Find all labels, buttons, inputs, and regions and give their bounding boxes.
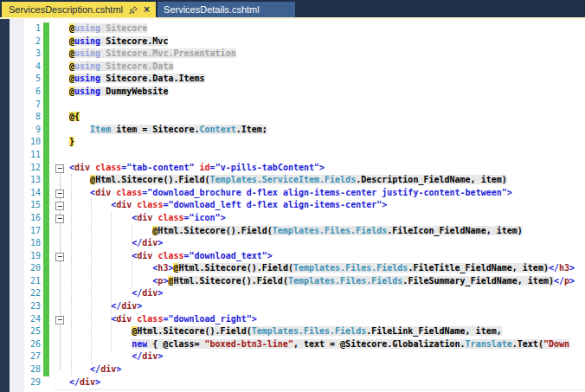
line-number[interactable]: 19: [0, 250, 41, 263]
code-text: }: [69, 136, 74, 149]
tab-label: ServicesDetails.cshtml: [164, 4, 260, 15]
code-text: <div class="download_text">: [69, 250, 273, 263]
line-number[interactable]: 28: [0, 363, 41, 376]
fold-toggle[interactable]: [55, 253, 64, 261]
code-text: <div class="download_right">: [69, 313, 257, 326]
code-line[interactable]: 14 <div class="download_brochure d-flex …: [0, 187, 585, 200]
code-line[interactable]: 4@using Sitecore.Data: [0, 61, 585, 74]
tab-bar: ServicesDescription.cshtml × ServicesDet…: [0, 0, 585, 17]
code-line[interactable]: 16 <div class="icon">: [0, 212, 585, 225]
code-line[interactable]: 7: [0, 99, 585, 112]
pin-icon[interactable]: [129, 5, 138, 15]
line-number[interactable]: 3: [0, 48, 41, 61]
line-number[interactable]: 16: [0, 212, 41, 225]
fold-margin: [41, 136, 69, 149]
line-number[interactable]: 9: [0, 124, 41, 137]
code-line[interactable]: 8@{: [0, 111, 585, 124]
fold-margin: [41, 162, 69, 175]
code-line[interactable]: 25 @Html.Sitecore().Field(Templates.File…: [0, 325, 585, 338]
code-line[interactable]: 1@using Sitecore: [0, 22, 585, 35]
line-number[interactable]: 14: [0, 187, 41, 200]
code-line[interactable]: 22 </div>: [0, 287, 585, 300]
code-line[interactable]: 2@using Sitecore.Mvc: [0, 35, 585, 48]
line-number[interactable]: 18: [0, 237, 41, 250]
code-text: </div>: [69, 376, 100, 389]
fold-margin: [41, 111, 69, 124]
code-line[interactable]: 20 <h3>@Html.Sitecore().Field(Templates.…: [0, 262, 585, 275]
code-line[interactable]: 27 </div>: [0, 350, 585, 363]
code-line[interactable]: 19 <div class="download_text">: [0, 250, 585, 263]
fold-toggle[interactable]: [55, 190, 64, 198]
code-text: @using Sitecore.Data: [69, 61, 173, 74]
line-number[interactable]: 27: [0, 350, 41, 363]
code-line[interactable]: 10}: [0, 136, 585, 149]
line-number[interactable]: 24: [0, 313, 41, 326]
line-number[interactable]: 20: [0, 262, 41, 275]
line-number[interactable]: 4: [0, 61, 41, 74]
tab-services-details[interactable]: ServicesDetails.cshtml: [158, 2, 295, 17]
code-text: </div>: [69, 237, 163, 250]
code-text: <h3>@Html.Sitecore().Field(Templates.Fil…: [69, 262, 575, 275]
code-line[interactable]: 21 <p>@Html.Sitecore().Field(Templates.F…: [0, 275, 585, 288]
fold-toggle[interactable]: [55, 202, 64, 210]
line-number[interactable]: 23: [0, 300, 41, 313]
line-number[interactable]: 12: [0, 162, 41, 175]
line-number[interactable]: 13: [0, 174, 41, 187]
code-line[interactable]: 11: [0, 149, 585, 162]
code-rows: 1@using Sitecore2@using Sitecore.Mvc3@us…: [0, 22, 585, 389]
fold-margin: [41, 313, 69, 326]
line-number[interactable]: 10: [0, 136, 41, 149]
line-number[interactable]: 7: [0, 99, 41, 112]
code-text: @using DummyWebsite: [69, 86, 168, 99]
tab-services-description[interactable]: ServicesDescription.cshtml ×: [2, 2, 156, 17]
code-line[interactable]: 9 Item item = Sitecore.Context.Item;: [0, 124, 585, 137]
code-text: </div>: [69, 300, 142, 313]
code-text: </div>: [69, 350, 163, 363]
fold-toggle[interactable]: [55, 215, 64, 223]
code-text: @using Sitecore: [69, 22, 147, 35]
code-text: @Html.Sitecore().Field(Templates.Files.F…: [69, 325, 502, 338]
fold-margin: [41, 262, 69, 275]
line-number[interactable]: 26: [0, 338, 41, 351]
fold-margin: [41, 325, 69, 338]
line-number[interactable]: 29: [0, 376, 41, 389]
fold-margin: [41, 22, 69, 35]
line-number[interactable]: 1: [0, 22, 41, 35]
code-line[interactable]: 6@using DummyWebsite: [0, 86, 585, 99]
code-line[interactable]: 28 </div>: [0, 363, 585, 376]
code-editor[interactable]: 1@using Sitecore2@using Sitecore.Mvc3@us…: [0, 19, 585, 392]
code-line[interactable]: 26 new { @class= "boxed-btn3-line", text…: [0, 338, 585, 351]
line-number[interactable]: 17: [0, 225, 41, 238]
code-text: <div class="icon">: [69, 212, 226, 225]
code-line[interactable]: 13 @Html.Sitecore().Field(Templates.Serv…: [0, 174, 585, 187]
fold-margin: [41, 199, 69, 212]
code-line[interactable]: 18 </div>: [0, 237, 585, 250]
line-number[interactable]: 15: [0, 199, 41, 212]
code-line[interactable]: 29</div>: [0, 376, 585, 389]
code-line[interactable]: 15 <div class="download_left d-flex alig…: [0, 199, 585, 212]
code-line[interactable]: 3@using Sitecore.Mvc.Presentation: [0, 48, 585, 61]
code-line[interactable]: 24 <div class="download_right">: [0, 313, 585, 326]
fold-margin: [41, 187, 69, 200]
line-number[interactable]: 21: [0, 275, 41, 288]
line-number[interactable]: 8: [0, 111, 41, 124]
line-number[interactable]: 2: [0, 35, 41, 48]
fold-margin: [41, 212, 69, 225]
close-icon[interactable]: ×: [144, 4, 150, 15]
line-number[interactable]: 5: [0, 73, 41, 86]
line-number[interactable]: 11: [0, 149, 41, 162]
fold-margin: [41, 48, 69, 61]
code-line[interactable]: 17 @Html.Sitecore().Field(Templates.File…: [0, 225, 585, 238]
fold-toggle[interactable]: [55, 164, 64, 173]
code-line[interactable]: 12<div class="tab-content" id="v-pills-t…: [0, 162, 585, 175]
code-line[interactable]: 5@using Sitecore.Data.Items: [0, 73, 585, 86]
line-number[interactable]: 22: [0, 287, 41, 300]
fold-toggle[interactable]: [55, 316, 64, 325]
line-number[interactable]: 25: [0, 325, 41, 338]
fold-margin: [41, 86, 69, 99]
fold-margin: [41, 376, 69, 389]
line-number[interactable]: 6: [0, 86, 41, 99]
code-text: @{: [69, 111, 80, 124]
code-text: <div class="tab-content" id="v-pills-tab…: [69, 162, 325, 175]
code-line[interactable]: 23 </div>: [0, 300, 585, 313]
